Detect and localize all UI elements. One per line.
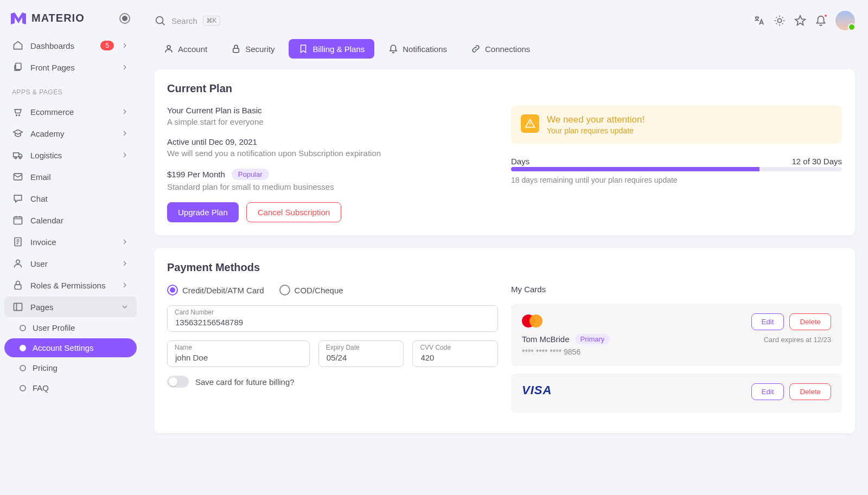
nav-label: Email	[30, 172, 129, 182]
field-label: Card Number	[175, 308, 214, 316]
sidebar-collapse-toggle[interactable]	[119, 13, 130, 24]
chevron-right-icon	[120, 151, 129, 159]
progress-bar	[511, 167, 842, 171]
plan-active-note: We will send you a notification upon Sub…	[167, 149, 498, 158]
save-card-toggle[interactable]	[167, 376, 189, 388]
cvv-field: CVV Code	[412, 340, 498, 367]
sidebar-item-front-pages[interactable]: Front Pages	[4, 57, 137, 78]
calendar-icon	[12, 215, 24, 226]
sidebar-item-user[interactable]: User	[4, 253, 137, 274]
upgrade-plan-button[interactable]: Upgrade Plan	[167, 202, 239, 222]
sub-item-pricing[interactable]: Pricing	[4, 358, 137, 377]
nav-label: Invoice	[30, 237, 114, 247]
sub-item-account-settings[interactable]: Account Settings	[4, 338, 137, 357]
dot-icon	[20, 345, 26, 351]
sub-label: Pricing	[33, 363, 58, 372]
sidebar-item-academy[interactable]: Academy	[4, 123, 137, 144]
search-shortcut: ⌘K	[203, 16, 220, 25]
mail-icon	[12, 171, 24, 182]
days-note: 18 days remaining until your plan requir…	[511, 176, 842, 184]
svg-point-2	[15, 157, 16, 158]
edit-card-button[interactable]: Edit	[751, 383, 784, 400]
lock-icon	[231, 44, 241, 54]
delete-card-button[interactable]: Delete	[789, 313, 831, 330]
alert-sub: Your plan requires update	[547, 126, 644, 135]
theme-icon[interactable]	[774, 15, 786, 27]
sidebar-item-ecommerce[interactable]: Ecommerce	[4, 101, 137, 122]
delete-card-button[interactable]: Delete	[789, 383, 831, 400]
tab-security[interactable]: Security	[221, 39, 284, 59]
warning-icon	[521, 114, 539, 133]
svg-point-7	[16, 260, 20, 263]
sidebar-item-roles[interactable]: Roles & Permissions	[4, 275, 137, 295]
sidebar-item-dashboards[interactable]: Dashboards 5	[4, 35, 137, 56]
my-cards-title: My Cards	[511, 285, 842, 294]
dot-icon	[20, 325, 26, 331]
radio-cod[interactable]: COD/Cheque	[279, 285, 343, 295]
sidebar-item-pages[interactable]: Pages	[4, 297, 137, 317]
academy-icon	[12, 128, 24, 139]
avatar[interactable]	[835, 11, 855, 30]
nav-label: Roles & Permissions	[30, 281, 114, 290]
field-label: Expiry Date	[326, 344, 360, 351]
edit-card-button[interactable]: Edit	[751, 313, 784, 330]
tab-billing[interactable]: Billing & Plans	[289, 39, 374, 59]
card-number-input[interactable]	[167, 305, 498, 332]
logo-icon	[11, 12, 26, 24]
pages-icon	[12, 301, 24, 312]
lock-icon	[12, 280, 24, 291]
nav-label: Ecommerce	[30, 107, 114, 117]
copy-icon	[12, 62, 24, 73]
svg-rect-5	[14, 217, 22, 224]
sidebar-item-email[interactable]: Email	[4, 166, 137, 187]
nav-label: Logistics	[30, 151, 114, 160]
search-placeholder: Search	[171, 16, 197, 25]
tab-label: Security	[245, 44, 275, 54]
sidebar-item-logistics[interactable]: Logistics	[4, 145, 137, 165]
plan-price: $199 Per Month	[167, 170, 225, 179]
section-title: APPS & PAGES	[4, 79, 137, 100]
tab-label: Billing & Plans	[312, 44, 365, 54]
tab-account[interactable]: Account	[154, 39, 217, 59]
svg-point-12	[167, 46, 170, 49]
cancel-subscription-button[interactable]: Cancel Subscription	[246, 202, 341, 222]
field-label: Name	[175, 344, 192, 351]
nav-label: Chat	[30, 194, 129, 203]
sub-item-user-profile[interactable]: User Profile	[4, 318, 137, 337]
svg-rect-0	[16, 63, 21, 70]
language-icon[interactable]	[753, 15, 765, 27]
saved-card: Tom McBride Primary **** **** **** 9856 …	[511, 304, 842, 366]
svg-rect-8	[15, 285, 21, 289]
radio-icon	[279, 285, 290, 295]
payment-methods-card: Payment Methods Credit/Debit/ATM Card CO…	[154, 248, 855, 433]
plan-price-sub: Standard plan for small to medium busine…	[167, 182, 498, 191]
tab-connections[interactable]: Connections	[461, 39, 540, 59]
svg-point-3	[20, 157, 21, 158]
sub-label: User Profile	[33, 323, 75, 332]
sub-label: FAQ	[33, 383, 49, 393]
progress-fill	[511, 167, 760, 171]
primary-badge: Primary	[575, 334, 610, 344]
attention-alert: We need your attention! Your plan requir…	[511, 106, 842, 144]
radio-credit-card[interactable]: Credit/Debit/ATM Card	[167, 285, 264, 295]
svg-rect-1	[14, 153, 19, 157]
user-icon	[12, 258, 24, 269]
sub-label: Account Settings	[33, 343, 94, 352]
user-icon	[164, 44, 174, 54]
sidebar-item-calendar[interactable]: Calendar	[4, 210, 137, 230]
logo[interactable]: MATERIO	[4, 8, 137, 34]
search[interactable]: Search ⌘K	[154, 15, 749, 27]
badge: 5	[100, 41, 114, 50]
save-card-label: Save card for future billing?	[195, 377, 295, 387]
chevron-right-icon	[120, 107, 129, 116]
star-icon[interactable]	[794, 15, 806, 27]
link-icon	[471, 44, 481, 54]
sidebar-item-invoice[interactable]: Invoice	[4, 232, 137, 252]
radio-label: COD/Cheque	[295, 286, 343, 295]
sub-item-faq[interactable]: FAQ	[4, 378, 137, 397]
notification-icon[interactable]	[815, 15, 827, 27]
bookmark-icon	[298, 44, 308, 54]
sidebar: MATERIO Dashboards 5 Front Pages APPS & …	[0, 0, 141, 495]
tab-notifications[interactable]: Notifications	[379, 39, 457, 59]
sidebar-item-chat[interactable]: Chat	[4, 188, 137, 209]
